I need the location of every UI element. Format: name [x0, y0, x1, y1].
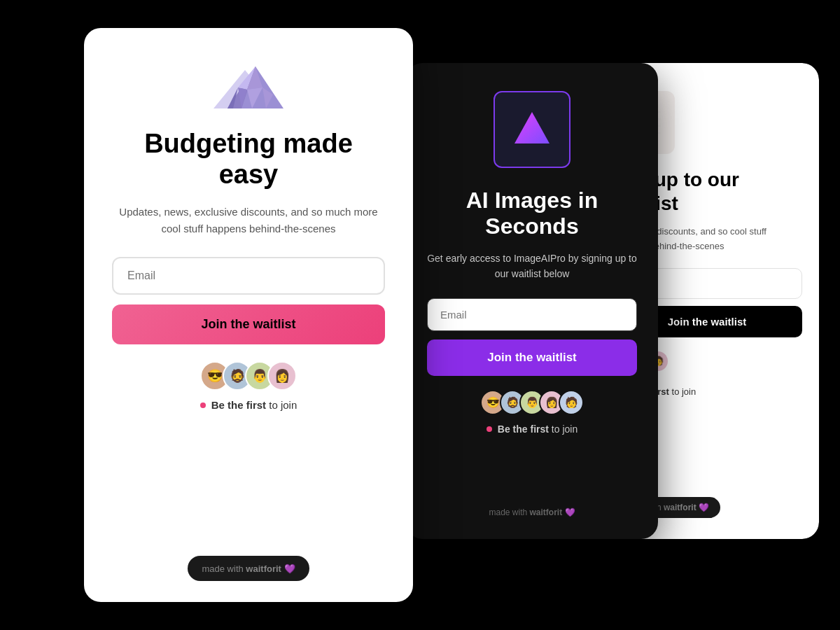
triangle-logo-box: [493, 91, 570, 168]
made-with-text: made with waitforit 💜: [489, 507, 575, 517]
card1-avatars: 😎 🧔 👨 👩: [200, 361, 297, 391]
card1-join-button[interactable]: Join the waitlist: [112, 304, 385, 344]
svg-marker-9: [514, 112, 550, 144]
card2-footer: made with waitforit 💜: [489, 505, 575, 518]
card1-be-first: Be the first to join: [200, 399, 298, 411]
card1-footer: made with waitforit 💜: [188, 556, 309, 581]
be-first-bold: Be the first: [498, 424, 549, 435]
pink-dot: [486, 426, 492, 432]
avatar: 👩: [267, 361, 297, 391]
card2-title: AI Images in Seconds: [427, 188, 637, 239]
be-first-bold: Be the first: [211, 399, 266, 411]
card2-email-input[interactable]: [427, 298, 637, 331]
be-first-suffix: to join: [266, 399, 297, 411]
card1-email-input[interactable]: [112, 257, 385, 295]
card-ai-images: AI Images in Seconds Get early access to…: [406, 63, 658, 539]
pink-dot: [200, 402, 206, 408]
avatar: 🧑: [559, 390, 584, 415]
card2-be-first: Be the first to join: [486, 424, 578, 435]
be-first-suffix: to join: [669, 386, 696, 397]
cards-container: Budgeting made easy Updates, news, exclu…: [0, 0, 840, 630]
card-budgeting: Budgeting made easy Updates, news, exclu…: [84, 28, 413, 602]
made-with-text: made with waitforit 💜: [202, 564, 295, 574]
card2-join-button[interactable]: Join the waitlist: [427, 340, 637, 376]
card1-description: Updates, news, exclusive discounts, and …: [112, 204, 385, 237]
mountain-logo: [206, 56, 290, 112]
card1-title: Budgeting made easy: [112, 129, 385, 190]
card2-description: Get early access to ImageAIPro by signin…: [427, 251, 637, 282]
be-first-suffix: to join: [549, 424, 578, 435]
card2-avatars: 😎 🧔 👨 👩 🧑: [480, 390, 584, 415]
